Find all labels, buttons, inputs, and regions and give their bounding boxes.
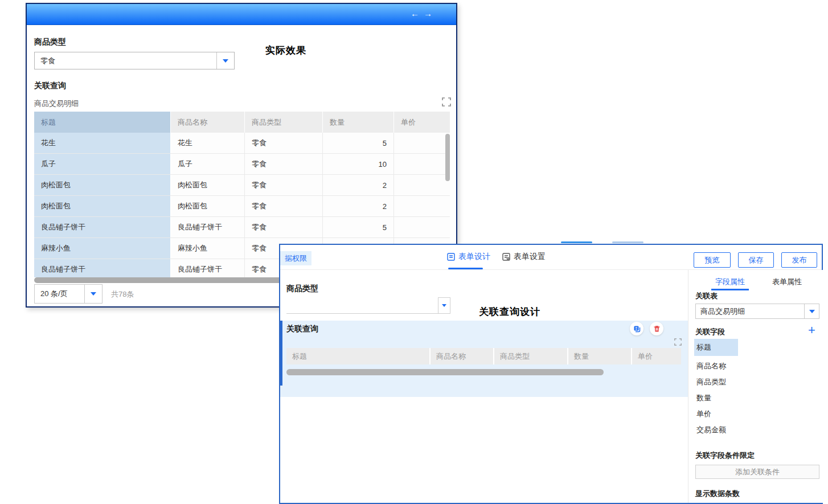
forward-arrow-icon[interactable]: → <box>424 9 432 18</box>
field-list-item[interactable]: 单价 <box>694 406 819 422</box>
add-condition-button[interactable]: 添加关联条件 <box>695 465 819 479</box>
field-list-item[interactable]: 标题 <box>694 339 738 356</box>
tab-data-permission[interactable]: 据权限 <box>280 251 311 265</box>
cell-name: 肉松面包 <box>171 175 245 195</box>
product-type-input[interactable] <box>286 297 438 314</box>
designer-table-header: 标题商品名称商品类型数量单价 <box>286 348 681 364</box>
save-button[interactable]: 保存 <box>738 252 774 268</box>
cell-title: 花生 <box>34 133 171 153</box>
section-label: 关联查询 <box>286 324 318 334</box>
cell-price <box>394 154 450 174</box>
cell-price <box>394 217 450 237</box>
tab-form-settings[interactable]: 表单设置 <box>502 252 546 262</box>
back-arrow-icon[interactable]: ← <box>411 9 419 18</box>
cell-name: 麻辣小鱼 <box>171 238 245 259</box>
related-fields-label: 关联字段 <box>695 327 725 337</box>
vertical-scrollbar[interactable] <box>445 134 450 181</box>
tab-form-settings-label: 表单设置 <box>514 252 546 262</box>
cell-title: 良品铺子饼干 <box>34 259 171 277</box>
cell-price <box>394 175 450 195</box>
delete-icon[interactable] <box>650 322 663 335</box>
field-list-item[interactable]: 交易金额 <box>694 422 819 438</box>
designer-annotation: 关联查询设计 <box>479 305 540 318</box>
table-row[interactable]: 瓜子 瓜子 零食 10 <box>34 154 450 175</box>
cell-type: 零食 <box>245 154 323 174</box>
background-tab-underline <box>612 241 643 243</box>
cell-name: 花生 <box>171 133 245 153</box>
designer-window: 据权限 表单设计 表单设置 预览 保存 发布 商品类型 关联查询设计 关联查询 <box>279 244 823 504</box>
cell-title: 麻辣小鱼 <box>34 238 171 259</box>
background-tab-underline <box>561 241 592 243</box>
column-header: 单价 <box>632 348 681 364</box>
field-list: 标题商品名称商品类型数量单价交易金额 <box>694 339 819 438</box>
copy-icon[interactable] <box>630 322 643 335</box>
expand-icon[interactable] <box>442 97 451 106</box>
column-header: 商品类型 <box>245 112 323 133</box>
cell-qty: 10 <box>323 154 394 174</box>
total-count: 共78条 <box>111 289 134 300</box>
product-type-value: 零食 <box>35 56 216 66</box>
designer-topbar: 据权限 表单设计 表单设置 预览 保存 发布 <box>280 245 822 270</box>
field-list-item[interactable]: 商品名称 <box>694 358 819 374</box>
form-settings-icon <box>502 253 510 261</box>
horizontal-scrollbar[interactable] <box>286 369 604 375</box>
cell-qty: 2 <box>323 196 394 216</box>
column-header: 商品类型 <box>494 348 568 364</box>
form-design-icon <box>447 253 455 261</box>
chevron-down-icon[interactable] <box>216 52 234 69</box>
tab-field-properties[interactable]: 字段属性 <box>715 277 745 287</box>
column-header: 标题 <box>286 348 431 364</box>
preview-button[interactable]: 预览 <box>694 252 731 268</box>
preview-annotation: 实际效果 <box>265 44 306 57</box>
table-row[interactable]: 良品铺子饼干 良品铺子饼干 零食 5 <box>34 217 450 238</box>
product-type-label: 商品类型 <box>34 37 66 47</box>
field-list-item[interactable]: 商品类型 <box>694 374 819 390</box>
related-query-section[interactable]: 关联查询 标题商品名称商品类型数量单价 <box>280 321 688 397</box>
page-size-value: 20 条/页 <box>35 289 84 299</box>
active-tab-underline <box>448 268 483 269</box>
cell-name: 良品铺子饼干 <box>171 259 245 277</box>
selection-indicator <box>280 321 282 386</box>
table-title: 商品交易明细 <box>34 99 79 109</box>
column-header: 商品名称 <box>171 112 245 133</box>
condition-label: 关联字段条件限定 <box>695 450 755 461</box>
cell-title: 瓜子 <box>34 154 171 174</box>
cell-title: 肉松面包 <box>34 175 171 195</box>
chevron-down-icon[interactable] <box>804 304 819 318</box>
related-table-label: 关联表 <box>695 291 718 301</box>
page-size-select[interactable]: 20 条/页 <box>34 284 103 304</box>
table-row[interactable]: 肉松面包 肉松面包 零食 2 <box>34 196 450 217</box>
add-field-icon[interactable]: + <box>808 325 815 336</box>
table-row[interactable]: 花生 花生 零食 5 <box>34 133 450 154</box>
preview-window-titlebar: ← → <box>27 4 456 25</box>
chevron-down-icon[interactable] <box>438 297 450 314</box>
related-table-select[interactable]: 商品交易明细 <box>695 304 819 319</box>
publish-button[interactable]: 发布 <box>781 252 817 268</box>
product-type-select[interactable]: 零食 <box>34 52 235 69</box>
active-tab-underline <box>711 289 749 290</box>
cell-price <box>394 133 450 153</box>
column-header: 数量 <box>323 112 394 133</box>
column-header: 单价 <box>394 112 450 133</box>
cell-qty: 2 <box>323 175 394 195</box>
cell-price <box>394 196 450 216</box>
cell-type: 零食 <box>245 175 323 195</box>
cell-qty: 5 <box>323 133 394 153</box>
related-table-value: 商品交易明细 <box>696 306 804 317</box>
tab-form-design-label: 表单设计 <box>458 252 490 262</box>
cell-name: 良品铺子饼干 <box>171 217 245 237</box>
cell-type: 零食 <box>245 133 323 153</box>
cell-type: 零食 <box>245 196 323 216</box>
cell-title: 肉松面包 <box>34 196 171 216</box>
field-list-item[interactable]: 数量 <box>694 390 819 406</box>
chevron-down-icon[interactable] <box>84 285 102 303</box>
tab-form-properties[interactable]: 表单属性 <box>772 277 802 287</box>
expand-icon[interactable] <box>674 338 682 345</box>
cell-name: 肉松面包 <box>171 196 245 216</box>
data-count-label: 显示数据条数 <box>695 489 740 499</box>
properties-panel: 字段属性 表单属性 关联表 商品交易明细 关联字段 + 标题商品名称商品类型数量… <box>688 270 823 503</box>
tab-form-design[interactable]: 表单设计 <box>447 252 490 262</box>
table-row[interactable]: 肉松面包 肉松面包 零食 2 <box>34 175 450 196</box>
cell-type: 零食 <box>245 217 323 237</box>
column-header: 商品名称 <box>431 348 494 364</box>
